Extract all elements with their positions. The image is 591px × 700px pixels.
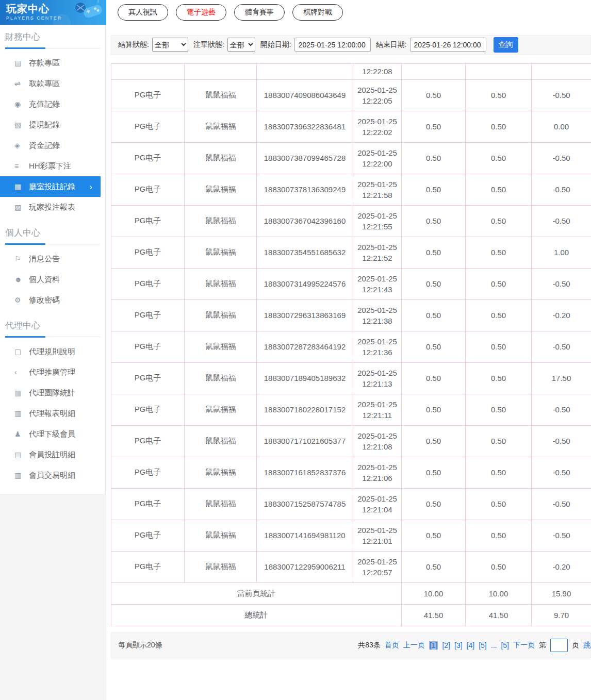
filter-bar: 結算狀態: 全部 注單狀態: 全部 開始日期: 結束日期: 查詢 bbox=[111, 35, 591, 55]
sidebar-item-agent-report-detail[interactable]: ▥代理報表明細 bbox=[0, 403, 101, 424]
sidebar: 玩家中心 PLAYERS CENTER 財務中心▤存款專區⇌取款專區◉充值記錄▧… bbox=[0, 0, 106, 700]
sidebar-item-player-bet-report[interactable]: ▨玩家投注報表 bbox=[0, 197, 101, 218]
page-link-3[interactable]: [3] bbox=[454, 641, 463, 649]
sidebar-item-funds-records[interactable]: ◈資金記錄 bbox=[0, 135, 101, 156]
summary-value-cell: 9.70 bbox=[532, 604, 591, 626]
time-cell: 2025-01-2512:21:52 bbox=[353, 237, 402, 268]
sidebar-item-deposit-area[interactable]: ▤存款專區 bbox=[0, 53, 101, 73]
jump-page-input[interactable] bbox=[550, 639, 568, 652]
sidebar-header: 玩家中心 PLAYERS CENTER bbox=[0, 0, 106, 25]
valid-bet-cell: 0.50 bbox=[466, 174, 532, 205]
game-cell: 鼠鼠福福 bbox=[185, 488, 257, 520]
bet-cell: 0.50 bbox=[402, 205, 466, 237]
page-link-1[interactable]: [1] bbox=[429, 641, 438, 649]
jump-button[interactable]: 跳转 bbox=[583, 641, 591, 650]
sidebar-section-items: ▢代理規則說明‹代理推廣管理▥代理團隊統計▥代理報表明細♟代理下級會員▤會員投註… bbox=[0, 337, 105, 489]
order-cell: 1883007122959006211 bbox=[257, 551, 353, 582]
sidebar-item-recharge-records[interactable]: ◉充值記錄 bbox=[0, 94, 101, 114]
tab-live-video[interactable]: 真人視訊 bbox=[118, 4, 168, 21]
sidebar-item-room-bet-records[interactable]: ▦廳室投註記錄› bbox=[0, 176, 101, 197]
first-page-link[interactable]: 首页 bbox=[385, 641, 399, 650]
sidebar-item-announcements[interactable]: ⚐消息公告 bbox=[0, 248, 101, 269]
page-link-4[interactable]: [4] bbox=[467, 641, 475, 649]
sidebar-item-label: 個人資料 bbox=[29, 275, 60, 285]
bet-cell: 0.50 bbox=[402, 520, 466, 551]
order-cell: 1883007141694981120 bbox=[257, 520, 353, 551]
sidebar-item-profile[interactable]: ☻個人資料 bbox=[0, 269, 101, 290]
game-cell: 鼠鼠福福 bbox=[185, 111, 257, 142]
profit-cell: -0.50 bbox=[532, 268, 591, 299]
start-date-input[interactable] bbox=[294, 38, 371, 52]
provider-cell: PG电子 bbox=[111, 111, 185, 142]
sidebar-item-label: 代理推廣管理 bbox=[29, 368, 75, 377]
sidebar-item-withdraw-area[interactable]: ⇌取款專區 bbox=[0, 73, 101, 94]
page-link-5[interactable]: [5] bbox=[501, 641, 509, 649]
profit-cell: -0.20 bbox=[532, 299, 591, 331]
game-cell: 鼠鼠福福 bbox=[185, 237, 257, 268]
profit-cell: -0.50 bbox=[532, 205, 591, 237]
sidebar-item-label: 代理報表明細 bbox=[29, 409, 75, 419]
jump-suffix-label: 页 bbox=[572, 641, 579, 650]
valid-bet-cell: 0.50 bbox=[466, 394, 532, 425]
start-date-label: 開始日期: bbox=[260, 40, 291, 49]
main-content: 真人視訊電子遊藝體育賽事棋牌對戰 結算狀態: 全部 注單狀態: 全部 開始日期:… bbox=[106, 0, 591, 700]
search-button[interactable]: 查詢 bbox=[494, 37, 518, 53]
valid-bet-cell: 0.50 bbox=[466, 488, 532, 520]
sidebar-item-withdraw-records[interactable]: ▧提現記錄 bbox=[0, 114, 101, 135]
time-cell: 2025-01-2512:21:04 bbox=[353, 488, 402, 520]
bet-cell: 0.50 bbox=[402, 394, 466, 425]
sidebar-item-member-bet-detail[interactable]: ▤會員投註明細 bbox=[0, 444, 101, 465]
sidebar-item-agent-rules[interactable]: ▢代理規則說明 bbox=[0, 341, 101, 362]
settle-status-select[interactable]: 全部 bbox=[152, 38, 188, 52]
team-stats-icon: ▥ bbox=[14, 389, 29, 397]
tab-sports[interactable]: 體育賽事 bbox=[234, 4, 285, 21]
app-subtitle: PLAYERS CENTER bbox=[6, 15, 106, 21]
prev-page-link[interactable]: 上一页 bbox=[403, 641, 425, 650]
sidebar-filler bbox=[0, 494, 106, 700]
table-row: PG电子鼠鼠福福18830073963228364812025-01-2512:… bbox=[111, 111, 591, 142]
sidebar-item-agent-team-stats[interactable]: ▥代理團隊統計 bbox=[0, 382, 101, 403]
game-cell: 鼠鼠福福 bbox=[185, 268, 257, 299]
summary-value-cell: 41.50 bbox=[466, 604, 532, 626]
sidebar-section-title: 代理中心 bbox=[5, 320, 100, 337]
page-links: [1][2][3][4][5]...[5] bbox=[425, 641, 509, 649]
profit-cell: -0.50 bbox=[532, 331, 591, 362]
provider-cell: PG电子 bbox=[111, 362, 185, 394]
funds-icon: ◈ bbox=[14, 141, 29, 149]
game-cell bbox=[185, 63, 257, 79]
sidebar-item-agent-downline-members[interactable]: ♟代理下級會員 bbox=[0, 424, 101, 444]
time-cell: 2025-01-2512:20:57 bbox=[353, 551, 402, 582]
provider-cell: PG电子 bbox=[111, 331, 185, 362]
bet-cell: 0.50 bbox=[402, 111, 466, 142]
page-link-2[interactable]: [2] bbox=[442, 641, 450, 649]
end-date-input[interactable] bbox=[410, 38, 486, 52]
sidebar-item-change-password[interactable]: ⚙修改密碼 bbox=[0, 290, 101, 310]
table-row: PG电子鼠鼠福福18830072872834641922025-01-2512:… bbox=[111, 331, 591, 362]
sidebar-item-label: 存款專區 bbox=[29, 58, 60, 68]
summary-value-cell: 15.90 bbox=[532, 582, 591, 604]
order-status-select[interactable]: 全部 bbox=[227, 38, 255, 52]
tab-electronic-games[interactable]: 電子遊藝 bbox=[176, 4, 226, 21]
sidebar-item-agent-promotion[interactable]: ‹代理推廣管理 bbox=[0, 362, 101, 382]
wallet-icon: ▧ bbox=[14, 121, 29, 129]
profit-cell: -0.50 bbox=[532, 457, 591, 488]
order-cell: 1883007396322836481 bbox=[257, 111, 353, 142]
profit-cell bbox=[532, 63, 591, 79]
provider-cell: PG电子 bbox=[111, 551, 185, 582]
provider-cell: PG电子 bbox=[111, 520, 185, 551]
game-cell: 鼠鼠福福 bbox=[185, 551, 257, 582]
next-page-link[interactable]: 下一页 bbox=[513, 641, 535, 650]
bet-records-table: 12:22:08PG电子鼠鼠福福18830074090860436492025-… bbox=[111, 63, 591, 626]
order-cell: 1883007287283464192 bbox=[257, 331, 353, 362]
share-icon: ‹ bbox=[14, 368, 29, 376]
summary-value-cell: 41.50 bbox=[402, 604, 466, 626]
game-cell: 鼠鼠福福 bbox=[185, 362, 257, 394]
sidebar-item-hh-lottery-bets[interactable]: ≡HH彩票下注 bbox=[0, 156, 101, 176]
tab-board-games[interactable]: 棋牌對戰 bbox=[292, 4, 343, 21]
end-date-label: 結束日期: bbox=[376, 40, 407, 49]
bet-cell: 0.50 bbox=[402, 299, 466, 331]
page-link-5[interactable]: [5] bbox=[479, 641, 487, 649]
withdraw-hand-icon: ⇌ bbox=[14, 79, 29, 88]
sidebar-item-member-transaction-detail[interactable]: ▥會員交易明細 bbox=[0, 465, 101, 486]
table-row: PG电子鼠鼠福福18830071894051896322025-01-2512:… bbox=[111, 362, 591, 394]
